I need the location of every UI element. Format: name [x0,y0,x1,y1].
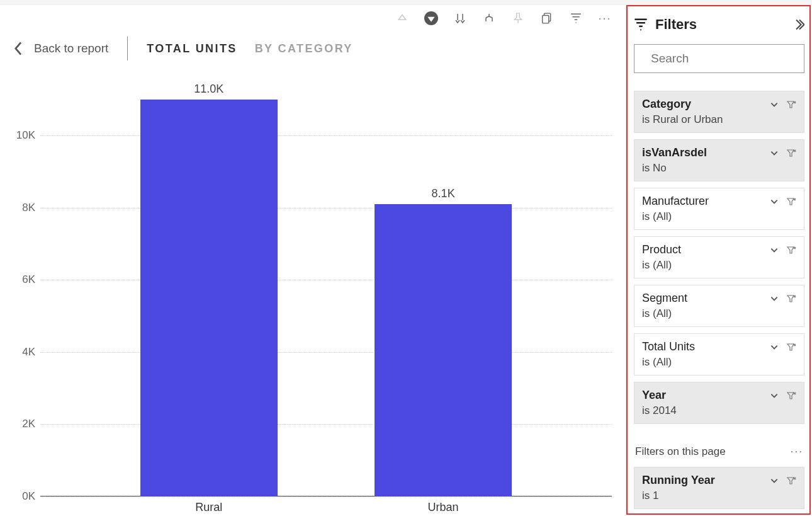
page-filter-cards: Running Yearis 1 [634,467,804,509]
clear-filter-icon[interactable] [786,100,796,109]
filter-card-running-year[interactable]: Running Yearis 1 [634,467,804,509]
bar-rural[interactable] [140,100,278,496]
filter-card-subtitle: is (All) [642,210,796,223]
filter-card-title: Year [642,389,764,402]
y-tick-label: 8K [8,202,35,214]
filter-card-title: Total Units [642,340,764,353]
chevron-left-icon [14,42,23,55]
x-axis-category-label: Rural [195,501,222,514]
expand-all-down-icon[interactable] [453,11,467,25]
expand-next-level-icon[interactable] [482,11,496,25]
collapse-pane-icon[interactable] [794,18,804,31]
page-filters-section-label: Filters on this page ··· [635,445,803,458]
copy-icon[interactable] [540,11,554,25]
more-options-icon[interactable]: ··· [598,11,612,25]
gridline [40,424,612,425]
plot-area: 0K2K4K6K8K10K11.0KRural8.1KUrban [40,100,612,496]
clear-filter-icon[interactable] [786,476,796,485]
filter-card-subtitle: is (All) [642,307,796,320]
filter-card-total-units[interactable]: Total Unitsis (All) [634,333,804,376]
gridline [40,135,612,136]
gridline [40,352,612,353]
chevron-down-icon[interactable] [770,197,779,206]
tab-total-units[interactable]: TOTAL UNITS [147,42,237,55]
filter-card-segment[interactable]: Segmentis (All) [634,285,804,327]
drill-down-icon[interactable] [424,11,438,25]
clear-filter-icon[interactable] [786,149,796,158]
chevron-down-icon[interactable] [770,343,779,352]
visual-header-toolbar: ··· [395,11,612,25]
filter-card-subtitle: is (All) [642,356,796,369]
chevron-down-icon[interactable] [770,476,779,485]
gridline [40,496,612,497]
x-axis-category-label: Urban [428,501,459,514]
filter-card-title: Segment [642,292,764,305]
svg-rect-1 [543,16,549,23]
gridline [40,208,612,209]
filter-card-subtitle: is 1 [642,490,796,502]
filter-card-title: isVanArsdel [642,146,764,159]
gridline [40,280,612,280]
tab-divider [127,37,128,60]
y-tick-label: 10K [8,129,35,142]
filter-card-title: Running Year [642,474,764,487]
bar-value-label: 8.1K [432,187,455,200]
filter-card-manufacturer[interactable]: Manufactureris (All) [634,188,804,230]
bar-chart: 0K2K4K6K8K10K11.0KRural8.1KUrban [3,81,623,515]
main-layout: ··· Back to report TOTAL UNITS BY CATEGO… [0,5,812,516]
top-strip [0,0,812,5]
pin-icon[interactable] [511,11,525,25]
filter-card-subtitle: is (All) [642,259,796,272]
chevron-down-icon[interactable] [770,246,779,255]
tab-by-category[interactable]: BY CATEGORY [255,42,353,55]
clear-filter-icon[interactable] [786,294,796,303]
bar-value-label: 11.0K [194,83,223,96]
chevron-down-icon[interactable] [770,294,779,303]
filters-icon [634,18,648,32]
filters-search[interactable] [634,44,804,73]
filter-card-subtitle: is 2014 [642,404,796,417]
bar-urban[interactable] [375,204,512,496]
visual-filter-cards: Categoryis Rural or UrbanisVanArsdelis N… [634,91,804,424]
back-label: Back to report [34,42,108,55]
clear-filter-icon[interactable] [786,391,796,400]
filter-card-title: Product [642,243,764,256]
chevron-down-icon[interactable] [770,149,779,158]
report-area: ··· Back to report TOTAL UNITS BY CATEGO… [0,5,626,516]
filter-card-category[interactable]: Categoryis Rural or Urban [634,91,804,133]
filter-card-subtitle: is Rural or Urban [642,113,796,126]
drill-up-icon[interactable] [395,11,409,25]
y-tick-label: 4K [8,346,35,358]
filter-card-title: Manufacturer [642,195,764,208]
filter-card-title: Category [642,98,764,111]
y-tick-label: 0K [8,490,35,503]
page-filters-more-icon[interactable]: ··· [791,445,803,458]
clear-filter-icon[interactable] [786,343,796,352]
chevron-down-icon[interactable] [770,100,779,109]
chevron-down-icon[interactable] [770,391,779,400]
filters-title: Filters [655,16,697,33]
back-to-report-button[interactable]: Back to report [14,42,108,55]
filters-header: Filters [634,16,804,33]
filter-card-year[interactable]: Yearis 2014 [634,382,804,424]
filter-card-subtitle: is No [642,162,796,175]
y-tick-label: 6K [8,273,35,286]
filter-card-isvanarsdel[interactable]: isVanArsdelis No [634,139,804,181]
filters-pane: Filters Categoryis Rural or UrbanisVanAr… [626,5,812,516]
filter-icon[interactable] [569,11,583,25]
filter-card-product[interactable]: Productis (All) [634,236,804,278]
y-tick-label: 2K [8,418,35,430]
clear-filter-icon[interactable] [786,197,796,206]
search-input[interactable] [650,51,801,66]
clear-filter-icon[interactable] [786,246,796,255]
